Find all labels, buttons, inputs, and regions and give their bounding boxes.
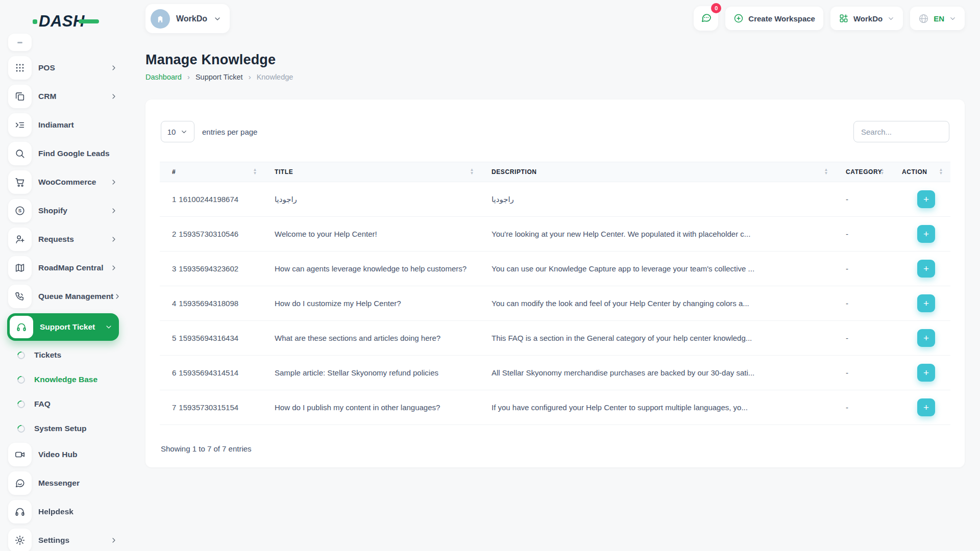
cell-title: How can agents leverage knowledge to hel… <box>264 264 481 273</box>
breadcrumb-knowledge: Knowledge <box>257 73 293 81</box>
chevron-down-icon <box>887 15 895 22</box>
cell-category: - <box>836 195 892 204</box>
create-workspace-button[interactable]: Create Workspace <box>725 7 823 30</box>
cell-title: Sample article: Stellar Skyonomy refund … <box>264 368 481 377</box>
chat-button[interactable]: 0 <box>694 6 718 31</box>
gear-icon <box>8 529 32 551</box>
user-plus-icon <box>8 228 32 251</box>
cell-num: 315935694323602 <box>160 264 264 273</box>
table-row: 315935694323602 How can agents leverage … <box>160 252 950 286</box>
logo-dash-icon <box>79 19 99 23</box>
plus-icon: + <box>923 229 929 240</box>
breadcrumb-support-ticket[interactable]: Support Ticket <box>195 73 243 81</box>
cell-action: + <box>892 398 950 416</box>
cell-description: You can modify the look and feel of your… <box>481 299 836 308</box>
add-button[interactable]: + <box>917 398 935 416</box>
cell-action: + <box>892 190 950 208</box>
sidebar-subitem-tickets[interactable]: Tickets <box>17 345 118 365</box>
create-workspace-label: Create Workspace <box>748 14 815 23</box>
cell-action: + <box>892 260 950 278</box>
svg-text:S: S <box>18 208 22 213</box>
sidebar-item-crm[interactable]: CRM <box>8 85 118 108</box>
sidebar-item-find-google-leads[interactable]: Find Google Leads <box>8 142 118 165</box>
chevron-right-icon <box>110 235 118 243</box>
cell-description: راجوديا <box>481 195 836 204</box>
sidebar-subitem-system-setup[interactable]: System Setup <box>17 418 118 439</box>
sort-icon[interactable]: ▲▼ <box>253 168 257 176</box>
table-row: 116100244198674 راجوديا راجوديا - + <box>160 182 950 217</box>
cell-title: راجوديا <box>264 195 481 204</box>
sidebar: DASH POS CRM Indiamart Find Google Leads… <box>0 0 125 551</box>
cell-description: You can use our Knowledge Capture app to… <box>481 264 836 273</box>
cell-category: - <box>836 334 892 342</box>
shopify-icon: S <box>8 199 32 222</box>
sidebar-item-messenger[interactable]: Messenger <box>8 471 118 495</box>
language-selector[interactable]: EN <box>910 7 965 30</box>
sidebar-item-video-hub[interactable]: Video Hub <box>8 443 118 466</box>
sidebar-item-support-ticket[interactable]: Support Ticket <box>7 313 119 341</box>
sidebar-item-woocommerce[interactable]: WooCommerce <box>8 170 118 194</box>
search-input[interactable] <box>853 121 949 142</box>
plus-icon: + <box>923 402 929 413</box>
cell-num: 615935694314514 <box>160 368 264 377</box>
plus-icon: + <box>923 367 929 379</box>
page-size-select[interactable]: 10 <box>161 121 194 142</box>
sort-icon[interactable]: ▲▼ <box>939 168 943 176</box>
cell-num: 715935730315154 <box>160 403 264 412</box>
video-icon <box>8 443 32 466</box>
add-button[interactable]: + <box>917 190 935 208</box>
sidebar-item-helpdesk[interactable]: Helpdesk <box>8 500 118 523</box>
table-row: 515935694316434 What are these sections … <box>160 321 950 356</box>
cell-num: 116100244198674 <box>160 195 264 204</box>
cell-category: - <box>836 230 892 238</box>
cell-description: You're looking at your new Help Center. … <box>481 230 836 238</box>
add-button[interactable]: + <box>917 364 935 382</box>
chevron-right-icon <box>110 178 118 186</box>
logo-dot-icon <box>33 19 37 24</box>
sidebar-item-queue-management[interactable]: Queue Management <box>8 285 118 308</box>
sidebar-subitem-faq[interactable]: FAQ <box>17 394 118 414</box>
message-icon <box>8 471 32 495</box>
entries-per-page-label: entries per page <box>202 128 257 136</box>
sidebar-item-settings[interactable]: Settings <box>8 529 118 551</box>
breadcrumb-dashboard[interactable]: Dashboard <box>145 73 182 81</box>
column-header-action: ACTION▲▼ <box>892 162 950 182</box>
sort-icon[interactable]: ▲▼ <box>470 168 474 176</box>
sidebar-item-partial[interactable] <box>8 34 32 51</box>
chevron-down-icon <box>213 15 222 23</box>
add-button[interactable]: + <box>917 329 935 347</box>
sidebar-item-roadmap-central[interactable]: RoadMap Central <box>8 256 118 280</box>
knowledge-card: 10 entries per page #▲▼ TITLE▲▼ DESCRIPT… <box>145 99 965 467</box>
grid-plus-icon <box>839 13 849 23</box>
search-icon <box>8 142 32 165</box>
table-header: #▲▼ TITLE▲▼ DESCRIPTION▲▼ CATEGORY▲▼ ACT… <box>160 162 950 182</box>
breadcrumb-separator: › <box>249 72 251 81</box>
workdo-menu-button[interactable]: WorkDo <box>830 7 903 30</box>
sort-icon[interactable]: ▲▼ <box>880 168 885 176</box>
circle-icon <box>16 349 27 360</box>
sidebar-item-requests[interactable]: Requests <box>8 228 118 251</box>
sidebar-item-shopify[interactable]: S Shopify <box>8 199 118 222</box>
sidebar-subitem-knowledge-base[interactable]: Knowledge Base <box>17 369 118 390</box>
workspace-name: WorkDo <box>176 14 207 23</box>
plus-icon: + <box>923 194 929 205</box>
list-icon <box>8 113 32 137</box>
add-button[interactable]: + <box>917 260 935 278</box>
chat-badge: 0 <box>711 3 721 13</box>
globe-icon <box>918 13 929 24</box>
workspace-switcher[interactable]: WorkDo <box>145 4 230 33</box>
sort-icon[interactable]: ▲▼ <box>824 168 828 176</box>
sidebar-item-pos[interactable]: POS <box>8 56 118 80</box>
grid-dots-icon <box>8 56 32 80</box>
cell-description: If you have configured your Help Center … <box>481 403 836 412</box>
column-header-title: TITLE▲▼ <box>264 162 481 182</box>
add-button[interactable]: + <box>917 225 935 243</box>
sidebar-menu: POS CRM Indiamart Find Google Leads WooC… <box>0 56 125 551</box>
add-button[interactable]: + <box>917 294 935 312</box>
workdo-menu-label: WorkDo <box>853 14 883 23</box>
dash-logo[interactable]: DASH <box>33 12 125 31</box>
page-title: Manage Knowledge <box>145 52 965 68</box>
circle-icon <box>16 398 27 409</box>
circle-icon <box>16 423 27 434</box>
sidebar-item-indiamart[interactable]: Indiamart <box>8 113 118 137</box>
